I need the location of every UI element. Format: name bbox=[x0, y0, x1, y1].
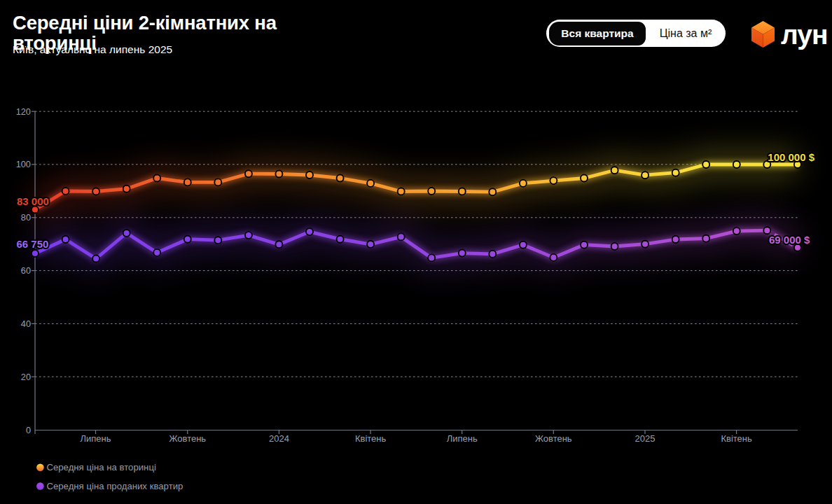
svg-text:2025: 2025 bbox=[635, 433, 656, 444]
svg-text:69 000 $: 69 000 $ bbox=[769, 234, 810, 246]
svg-text:0: 0 bbox=[26, 425, 31, 435]
svg-text:83 000: 83 000 bbox=[17, 195, 49, 207]
svg-text:20: 20 bbox=[21, 372, 31, 382]
svg-text:80: 80 bbox=[21, 212, 31, 223]
svg-text:Липень: Липень bbox=[447, 433, 478, 444]
svg-text:Липень: Липень bbox=[80, 433, 111, 444]
svg-text:2024: 2024 bbox=[269, 433, 289, 444]
svg-text:лун: лун bbox=[781, 20, 828, 50]
svg-text:100: 100 bbox=[16, 159, 31, 169]
svg-text:Жовтень: Жовтень bbox=[535, 433, 572, 444]
svg-text:Жовтень: Жовтень bbox=[169, 433, 206, 444]
svg-text:Середня ціна на вторинці: Середня ціна на вторинці bbox=[46, 462, 156, 472]
svg-text:66 750: 66 750 bbox=[17, 238, 49, 250]
svg-text:Квітень: Квітень bbox=[721, 433, 752, 444]
svg-text:Середня ціна проданих квартир: Середня ціна проданих квартир bbox=[46, 481, 183, 491]
svg-text:Квітень: Квітень bbox=[355, 433, 387, 444]
svg-text:40: 40 bbox=[21, 318, 31, 329]
svg-text:100 000 $: 100 000 $ bbox=[768, 151, 814, 163]
svg-text:60: 60 bbox=[21, 265, 31, 276]
svg-text:120: 120 bbox=[16, 106, 31, 117]
